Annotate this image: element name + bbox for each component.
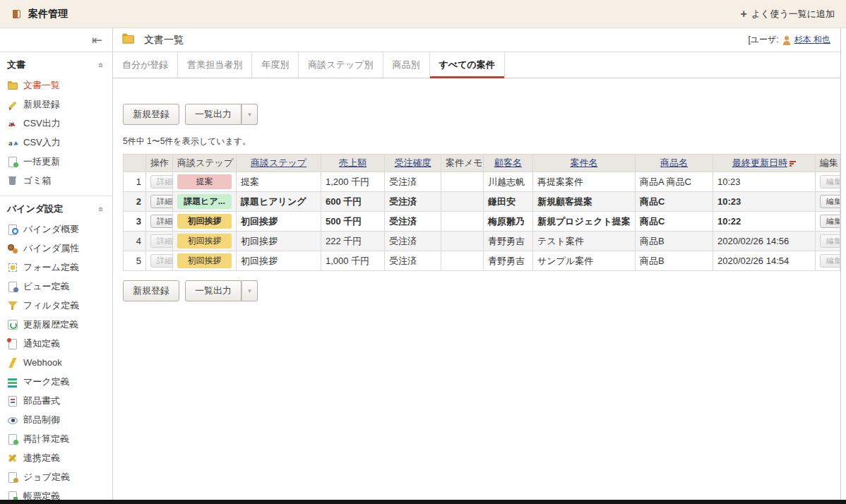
folder-icon	[121, 32, 138, 49]
col-header-deal-step[interactable]: 商談ステップ	[237, 155, 321, 172]
edit-cell: 編集	[816, 251, 840, 271]
col-header-sales-amount[interactable]: 売上額	[321, 155, 385, 172]
operation-cell: 詳細	[146, 251, 173, 271]
add-favorite-button[interactable]: よく使う一覧に追加	[740, 8, 835, 20]
sidebar-item-notification-definition[interactable]: 通知定義	[0, 334, 112, 353]
col-header-product-name[interactable]: 商品名	[636, 155, 713, 172]
edit-cell: 編集	[816, 192, 840, 212]
order-certainty-cell: 受注済	[385, 212, 441, 232]
deal-step-badge: 課題ヒア...	[177, 194, 232, 209]
fold-chevron-icon[interactable]	[96, 206, 107, 211]
col-header-last-updated[interactable]: 最終更新日時	[713, 155, 816, 172]
case-name-cell: 新規顧客提案	[533, 192, 636, 212]
sidebar-item-batch-update[interactable]: 一括更新	[0, 152, 112, 171]
detail-button[interactable]: 詳細	[150, 195, 173, 208]
deal-step-badge-cell: 初回挨拶	[173, 212, 237, 232]
col-header-order-certainty[interactable]: 受注確度	[385, 155, 441, 172]
deal-step-cell: 初回挨拶	[237, 251, 321, 271]
table-row: 4詳細初回挨拶初回挨拶222 千円受注済青野勇吉テスト案件商品B2020/02/…	[124, 232, 840, 251]
job-icon	[7, 472, 18, 483]
sidebar-item-label: 連携定義	[23, 452, 60, 464]
new-registration-button[interactable]: 新規登録	[123, 104, 179, 125]
edit-button[interactable]: 編集	[820, 234, 840, 248]
tab-2[interactable]: 営業担当者別	[178, 52, 252, 78]
sidebar-section-header[interactable]: バインダ設定	[0, 196, 112, 220]
sidebar-item-label: ビュー定義	[23, 280, 70, 293]
sales-amount-cell: 1,000 千円	[321, 251, 385, 271]
sidebar-item-parts-control[interactable]: 部品制御	[0, 410, 112, 429]
pencil-icon	[7, 99, 18, 110]
sales-amount-cell: 222 千円	[321, 232, 385, 251]
col-header-case-memo: 案件メモ	[441, 155, 484, 172]
sidebar-item-trash[interactable]: ゴミ箱	[0, 171, 112, 190]
collapse-sidebar-icon[interactable]	[92, 34, 102, 47]
sidebar-item-csv-import[interactable]: CSV入力	[0, 133, 112, 152]
case-name-cell: サンプル案件	[533, 251, 636, 271]
col-header-operation: 操作	[146, 155, 173, 172]
app-header: 案件管理 よく使う一覧に追加	[0, 0, 846, 28]
tab-3[interactable]: 年度別	[252, 52, 299, 78]
detail-button[interactable]: 詳細	[150, 215, 173, 228]
sidebar-item-update-history-definition[interactable]: 更新履歴定義	[0, 315, 112, 334]
sidebar-item-parts-format[interactable]: 部品書式	[0, 391, 112, 410]
eye-icon	[7, 414, 18, 426]
tab-1[interactable]: 自分が登録	[113, 52, 178, 78]
col-header-case-name[interactable]: 案件名	[533, 155, 636, 172]
sidebar-item-form-definition[interactable]: フォーム定義	[0, 258, 112, 277]
last-updated-cell: 2020/02/26 14:56	[713, 232, 816, 251]
detail-button[interactable]: 詳細	[150, 254, 173, 268]
book-icon	[11, 8, 23, 20]
edit-button[interactable]: 編集	[820, 215, 840, 228]
case-memo-cell	[441, 251, 484, 271]
customer-name-cell: 梅原雛乃	[484, 212, 533, 232]
col-header-customer-name[interactable]: 顧客名	[484, 155, 533, 172]
deal-step-badge-cell: 課題ヒア...	[173, 192, 237, 212]
edit-button[interactable]: 編集	[820, 195, 840, 208]
user-name-link[interactable]: 杉本 和也	[794, 34, 830, 46]
sidebar-item-label: フォーム定義	[23, 261, 79, 274]
sidebar-item-mark-definition[interactable]: マーク定義	[0, 372, 112, 391]
last-updated-cell: 10:23	[713, 192, 816, 212]
sales-amount-cell: 500 千円	[321, 212, 385, 232]
sidebar-section-items: バインダ概要 バインダ属性 フォーム定義 ビュー定義 フィルタ定義 更新履歴定義…	[0, 220, 112, 504]
list-export-button[interactable]: 一覧出力	[185, 104, 242, 125]
sidebar-item-view-definition[interactable]: ビュー定義	[0, 277, 112, 296]
sidebar-item-document-list[interactable]: 文書一覧	[0, 76, 112, 95]
sidebar-item-integration-definition[interactable]: 連携定義	[0, 448, 112, 467]
sidebar-item-label: 文書一覧	[23, 79, 60, 92]
tab-5[interactable]: 商品別	[383, 52, 430, 78]
deal-step-cell: 初回挨拶	[237, 212, 321, 232]
customer-name-cell: 鎌田安	[484, 192, 533, 212]
sidebar-section-items: 文書一覧 新規登録 CSV出力 CSV入力 一括更新 ゴミ箱	[0, 76, 112, 190]
sidebar-item-label: 再計算定義	[23, 433, 69, 445]
list-export-button-bottom[interactable]: 一覧出力	[185, 280, 242, 301]
bottom-black-bar	[0, 500, 846, 504]
csv-import-icon	[7, 137, 18, 148]
list-export-dropdown-icon[interactable]	[242, 104, 258, 125]
col-header-deal-step-badge: 商談ステップ	[173, 155, 237, 172]
sales-amount-cell: 600 千円	[321, 192, 385, 212]
sidebar-item-label: Webhook	[23, 357, 62, 368]
edit-button[interactable]: 編集	[820, 175, 840, 188]
product-name-cell: 商品B	[636, 251, 713, 271]
sidebar-item-csv-export[interactable]: CSV出力	[0, 114, 112, 133]
sidebar-item-new-registration[interactable]: 新規登録	[0, 95, 112, 114]
detail-button[interactable]: 詳細	[150, 234, 173, 248]
last-updated-cell: 10:22	[713, 212, 816, 232]
sidebar-item-recalculation-definition[interactable]: 再計算定義	[0, 429, 112, 448]
new-registration-button-bottom[interactable]: 新規登録	[123, 280, 179, 301]
case-name-cell: テスト案件	[533, 232, 636, 251]
user-box: [ユーザ: 杉本 和也	[748, 34, 830, 46]
sidebar-item-webhook[interactable]: Webhook	[0, 353, 112, 372]
edit-button[interactable]: 編集	[820, 254, 840, 268]
sidebar-item-binder-attribute[interactable]: バインダ属性	[0, 239, 112, 258]
sidebar-section-header[interactable]: 文書	[0, 52, 112, 76]
detail-button[interactable]: 詳細	[150, 175, 173, 188]
fold-chevron-icon[interactable]	[96, 62, 107, 67]
list-export-dropdown-icon-bottom[interactable]	[242, 280, 258, 301]
sidebar-item-job-definition[interactable]: ジョブ定義	[0, 467, 112, 486]
tab-4[interactable]: 商談ステップ別	[299, 52, 383, 78]
sidebar-item-binder-overview[interactable]: バインダ概要	[0, 220, 112, 239]
sidebar-item-filter-definition[interactable]: フィルタ定義	[0, 296, 112, 315]
tab-6[interactable]: すべての案件	[430, 52, 505, 78]
